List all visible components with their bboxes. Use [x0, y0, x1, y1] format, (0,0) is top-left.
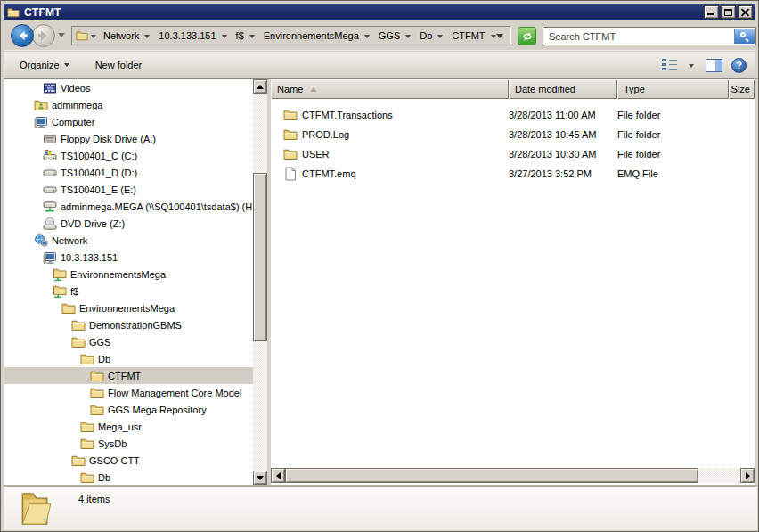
chevron-down-icon[interactable]: [144, 35, 150, 41]
file-row-ctfmt-transactions[interactable]: CTFMT.Transactions 3/28/2013 11:00 AM Fi…: [271, 105, 755, 125]
shared-folder-icon: [53, 267, 67, 282]
scrollbar-thumb[interactable]: [253, 173, 267, 341]
tree-item-ggs-mega-repository[interactable]: GGS Mega Repository: [4, 401, 253, 418]
search-button[interactable]: [734, 29, 755, 44]
tree-item-computer[interactable]: Computer: [4, 113, 253, 130]
tree-item-flow-management-core-model[interactable]: Flow Management Core Model: [4, 384, 253, 401]
folder-open-icon: [18, 489, 55, 528]
tree-item-mega-usr[interactable]: Mega_usr: [4, 418, 253, 435]
window-title: CTFMT: [24, 6, 61, 19]
tree-item-floppy-a[interactable]: Floppy Disk Drive (A:): [4, 130, 253, 147]
file-row-prod-log[interactable]: PROD.Log 3/28/2013 10:45 AM File folder: [271, 125, 755, 144]
breadcrumb-item-ctfmt[interactable]: CTFMT: [447, 27, 500, 45]
tree-item-f-share[interactable]: f$: [4, 282, 253, 299]
shared-folder-icon: [53, 284, 67, 299]
tree-item-adminmega[interactable]: adminmega: [4, 96, 253, 113]
folder-icon: [80, 352, 94, 366]
back-arrow-icon: [15, 29, 29, 43]
tree-item-demonstrationgbms[interactable]: DemonstrationGBMS: [4, 316, 253, 333]
chevron-down-icon[interactable]: [491, 35, 496, 41]
tree-item-ctfmt[interactable]: CTFMT: [4, 367, 253, 384]
breadcrumb-item-ggs[interactable]: GGS: [374, 27, 415, 45]
minimize-button[interactable]: [704, 5, 719, 19]
sort-ascending-icon: [310, 84, 317, 92]
tree-item-ggs[interactable]: GGS: [4, 333, 253, 350]
views-chevron-icon[interactable]: [689, 64, 694, 70]
floppy-drive-icon: [43, 132, 57, 146]
folder-icon: [283, 127, 298, 142]
tree-item-db[interactable]: Db: [4, 350, 253, 367]
hard-drive-icon: [43, 166, 57, 180]
tree-item-gsco-db[interactable]: Db: [4, 469, 253, 485]
breadcrumb-item-environnementsmega[interactable]: EnvironnementsMega: [259, 27, 374, 45]
column-header-type[interactable]: Type: [617, 79, 729, 99]
breadcrumb[interactable]: Network 10.3.133.151 f$ EnvironnementsMe…: [71, 26, 511, 45]
folder-icon: [283, 108, 298, 122]
scroll-down-button[interactable]: [253, 471, 267, 485]
tree-item-drive-h[interactable]: adminmega.MEGA (\\SQ100401\tsdata$) (H:): [4, 198, 253, 215]
chevron-down-icon[interactable]: [405, 35, 411, 41]
change-view-icon[interactable]: [662, 59, 677, 71]
tree-item-host[interactable]: 10.3.133.151: [4, 249, 253, 266]
dvd-drive-icon: [43, 217, 57, 231]
breadcrumb-item-db[interactable]: Db: [415, 27, 447, 45]
folder-icon: [76, 29, 88, 42]
chevron-down-icon[interactable]: [222, 35, 227, 41]
file-list-horizontal-scrollbar[interactable]: [271, 468, 755, 483]
new-folder-button[interactable]: New folder: [88, 56, 150, 74]
chevron-down-icon[interactable]: [249, 35, 255, 41]
search-icon: [740, 32, 749, 41]
maximize-button[interactable]: [721, 5, 736, 19]
tree-item-drive-e[interactable]: TS100401_E (E:): [4, 181, 253, 198]
chevron-down-icon: [64, 63, 69, 70]
chevron-down-icon[interactable]: [364, 35, 370, 41]
folder-icon: [80, 471, 94, 485]
forward-button[interactable]: [32, 24, 55, 47]
breadcrumb-item-network[interactable]: Network: [99, 27, 154, 45]
tree-item-videos[interactable]: Videos: [4, 79, 253, 96]
back-button[interactable]: [11, 24, 34, 47]
tree-item-environnementsmega-share[interactable]: EnvironnementsMega: [4, 266, 253, 282]
column-header-date-modified[interactable]: Date modified: [509, 79, 617, 99]
system-drive-icon: [43, 149, 57, 163]
tree-item-dvd-z[interactable]: DVD Drive (Z:): [4, 215, 253, 232]
column-headers: Name Date modified Type Size: [271, 79, 755, 99]
scroll-up-button[interactable]: [253, 79, 267, 94]
scroll-right-button[interactable]: [740, 468, 755, 483]
breadcrumb-item-share[interactable]: f$: [232, 27, 259, 45]
file-row-ctfmt-emq[interactable]: CTFMT.emq 3/27/2013 3:52 PM EMQ File: [271, 164, 755, 184]
chevron-down-icon[interactable]: [91, 35, 96, 41]
address-dropdown-icon[interactable]: [496, 34, 503, 42]
preview-pane-icon[interactable]: [706, 59, 722, 72]
tree-item-drive-c[interactable]: TS100401_C (C:): [4, 147, 253, 164]
refresh-icon: [521, 30, 534, 43]
file-row-user[interactable]: USER 3/28/2013 10:30 AM File folder: [271, 144, 755, 164]
folder-icon: [90, 403, 104, 417]
scrollbar-thumb[interactable]: [285, 468, 698, 483]
folder-icon: [71, 335, 86, 349]
breadcrumb-item-host[interactable]: 10.3.133.151: [154, 27, 231, 45]
column-header-size[interactable]: Size: [729, 79, 755, 99]
refresh-button[interactable]: [518, 27, 536, 45]
hard-drive-icon: [43, 183, 57, 197]
help-icon[interactable]: ?: [731, 58, 747, 73]
tree-item-network[interactable]: Network: [4, 232, 253, 249]
video-icon: [43, 81, 57, 95]
scroll-left-button[interactable]: [271, 468, 285, 483]
command-bar: Organize New folder ?: [4, 52, 755, 78]
user-folder-icon: [34, 98, 48, 112]
tree-item-gsco-ctt[interactable]: GSCO CTT: [4, 452, 253, 469]
tree-item-environnementsmega[interactable]: EnvironnementsMega: [4, 299, 253, 316]
tree-item-drive-d[interactable]: TS100401_D (D:): [4, 164, 253, 181]
folder-icon: [283, 147, 298, 161]
history-chevron-icon[interactable]: [58, 33, 65, 41]
column-header-name[interactable]: Name: [271, 79, 509, 99]
tree-item-sysdb[interactable]: SysDb: [4, 435, 253, 452]
organize-button[interactable]: Organize: [12, 56, 79, 74]
chevron-down-icon[interactable]: [437, 35, 443, 41]
address-band: Network 10.3.133.151 f$ EnvironnementsMe…: [4, 20, 755, 51]
title-bar[interactable]: CTFMT: [4, 4, 755, 20]
close-button[interactable]: [738, 5, 753, 19]
search-box[interactable]: Search CTFMT: [543, 27, 756, 45]
tree-scrollbar[interactable]: [253, 79, 267, 485]
